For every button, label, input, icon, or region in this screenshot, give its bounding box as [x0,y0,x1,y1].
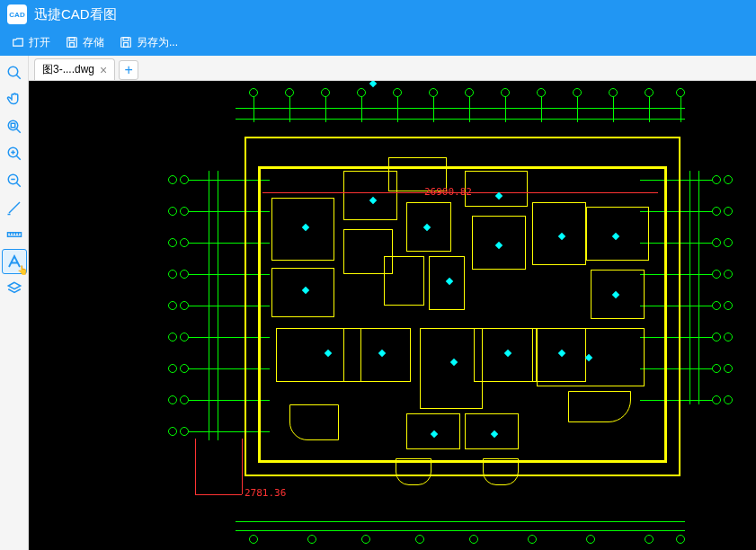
zoom-in-tool[interactable] [2,141,27,166]
grid-line [680,97,681,122]
grid-marker [724,238,733,247]
save-icon [65,35,79,49]
grid-line [505,97,506,122]
grid-line [361,97,362,122]
svg-rect-2 [70,43,75,48]
grid-line [698,171,699,404]
zoom-window-tool[interactable] [2,114,27,139]
grid-marker [712,270,721,279]
tab-close-button[interactable]: × [100,63,107,77]
grid-marker [712,301,721,310]
grid-marker [307,535,316,544]
grid-line [236,521,685,522]
tab-label: 图3-....dwg [42,62,94,77]
grid-marker [724,301,733,310]
grid-marker [168,301,177,310]
grid-marker [724,270,733,279]
grid-line [613,97,614,122]
save-as-button[interactable]: 另存为... [111,31,185,54]
room [271,268,334,317]
layers-tool[interactable] [2,276,27,301]
grid-marker [528,535,537,544]
grid-marker [180,427,189,436]
grid-marker [168,207,177,216]
cursor-icon: 👆 [17,265,28,275]
grid-marker [168,333,177,342]
title-bar: CAD 迅捷CAD看图 [0,0,756,29]
grid-marker [393,88,402,97]
grid-line [577,97,578,122]
room [396,458,431,485]
save-label: 存储 [83,35,104,50]
grid-marker [712,207,721,216]
grid-marker [180,395,189,404]
dimension-line [195,439,196,494]
save-as-label: 另存为... [137,35,178,50]
logo-text: CAD [9,11,24,19]
save-button[interactable]: 存储 [58,31,111,54]
grid-marker [249,535,258,544]
grid-marker [676,535,685,544]
app-title: 迅捷CAD看图 [34,6,117,23]
grid-marker [249,88,258,97]
room [483,458,519,485]
main-area: 图3-....dwg × + [29,56,756,550]
zoom-fit-tool[interactable] [2,60,27,85]
grid-line [433,97,434,122]
measure-line-tool[interactable] [2,195,27,220]
grid-marker [586,535,595,544]
grid-marker [645,88,654,97]
grid-line [689,171,690,404]
grid-marker [180,364,189,373]
grid-marker [180,175,189,184]
open-icon [11,35,25,49]
svg-marker-25 [8,282,21,289]
cad-drawing: 26900.82 2781.36 [29,81,756,550]
text-tool[interactable]: 👆 [2,249,27,274]
svg-line-14 [16,155,21,160]
pan-tool[interactable] [2,87,27,112]
grid-marker [465,88,474,97]
grid-line [236,108,685,109]
svg-rect-5 [124,43,129,48]
room [289,404,339,440]
grid-marker [168,238,177,247]
fixture [369,81,377,87]
svg-line-10 [16,129,21,133]
grid-marker [724,333,733,342]
save-as-icon [119,35,133,49]
svg-rect-9 [11,123,15,128]
open-button[interactable]: 打开 [4,31,58,54]
room [568,391,631,422]
open-label: 打开 [29,35,50,50]
workspace: 👆 图3-....dwg × + [0,56,756,550]
grid-marker [724,175,733,184]
grid-marker [285,88,294,97]
grid-marker [180,270,189,279]
grid-marker [168,270,177,279]
add-tab-button[interactable]: + [119,60,138,80]
grid-line [649,97,650,122]
grid-line [469,97,470,122]
grid-line [325,97,326,122]
grid-marker [180,238,189,247]
file-tab[interactable]: 图3-....dwg × [34,58,115,80]
grid-marker [168,175,177,184]
svg-point-6 [8,67,18,76]
grid-marker [712,364,721,373]
grid-marker [712,238,721,247]
canvas[interactable]: 26900.82 2781.36 [29,81,756,550]
grid-marker [321,88,330,97]
grid-marker [429,88,438,97]
grid-marker [180,301,189,310]
zoom-out-tool[interactable] [2,168,27,193]
grid-line [289,97,290,122]
measure-dist-tool[interactable] [2,222,27,247]
dimension-value: 2781.36 [245,487,286,499]
grid-marker [712,333,721,342]
grid-marker [645,535,654,544]
room [465,171,528,207]
tab-bar: 图3-....dwg × + [29,56,756,81]
grid-marker [357,88,366,97]
svg-line-7 [16,75,21,79]
